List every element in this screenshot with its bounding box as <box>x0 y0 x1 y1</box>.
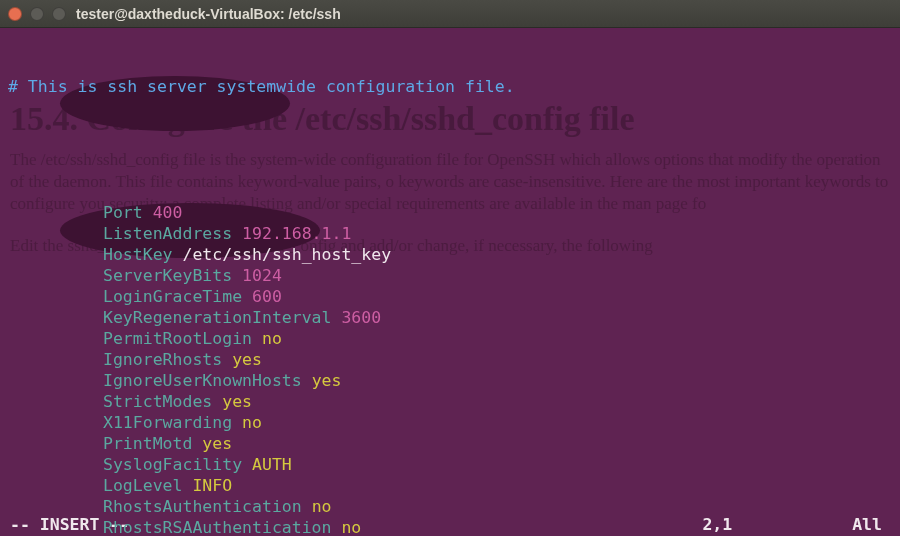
config-value: /etc/ssh/ssh_host_key <box>182 245 391 264</box>
config-line: RhostsRSAAuthentication no <box>8 517 892 536</box>
config-line: KeyRegenerationInterval 3600 <box>8 307 892 328</box>
config-key: PermitRootLogin <box>103 329 252 348</box>
config-key: ServerKeyBits <box>103 266 232 285</box>
maximize-icon[interactable] <box>52 7 66 21</box>
config-value: no <box>242 413 262 432</box>
config-key: RhostsAuthentication <box>103 497 302 516</box>
config-line: StrictModes yes <box>8 391 892 412</box>
config-key: IgnoreUserKnownHosts <box>103 371 302 390</box>
config-line: ListenAddress 192.168.1.1 <box>8 223 892 244</box>
window-titlebar: tester@daxtheduck-VirtualBox: /etc/ssh <box>0 0 900 28</box>
config-key: IgnoreRhosts <box>103 350 222 369</box>
config-value: yes <box>312 371 342 390</box>
config-value: 600 <box>252 287 282 306</box>
minimize-icon[interactable] <box>30 7 44 21</box>
config-line: IgnoreUserKnownHosts yes <box>8 370 892 391</box>
config-value: yes <box>232 350 262 369</box>
config-key: KeyRegenerationInterval <box>103 308 331 327</box>
config-line: PrintMotd yes <box>8 433 892 454</box>
config-line: PermitRootLogin no <box>8 328 892 349</box>
config-line: RhostsAuthentication no <box>8 496 892 517</box>
config-line: LoginGraceTime 600 <box>8 286 892 307</box>
config-value: 3600 <box>341 308 381 327</box>
config-value: INFO <box>192 476 232 495</box>
config-line: ServerKeyBits 1024 <box>8 265 892 286</box>
config-line: LogLevel INFO <box>8 475 892 496</box>
config-key: StrictModes <box>103 392 212 411</box>
config-key: LoginGraceTime <box>103 287 242 306</box>
config-key: ListenAddress <box>103 224 232 243</box>
config-line: Port 400 <box>8 202 892 223</box>
config-value: 192.168.1.1 <box>242 224 351 243</box>
config-key: Port <box>103 203 143 222</box>
config-line: HostKey /etc/ssh/ssh_host_key <box>8 244 892 265</box>
config-line: SyslogFacility AUTH <box>8 454 892 475</box>
config-value: no <box>262 329 282 348</box>
window-controls <box>8 7 66 21</box>
config-value: AUTH <box>252 455 292 474</box>
blank-line <box>8 139 892 160</box>
terminal-area[interactable]: 15.4. Configure the /etc/ssh/sshd_config… <box>0 28 900 536</box>
config-line: X11Forwarding no <box>8 412 892 433</box>
config-value: 400 <box>153 203 183 222</box>
config-value: no <box>341 518 361 536</box>
window-title: tester@daxtheduck-VirtualBox: /etc/ssh <box>76 6 341 22</box>
terminal-text: # This is ssh server systemwide configur… <box>8 34 892 536</box>
config-key: SyslogFacility <box>103 455 242 474</box>
config-value: no <box>312 497 332 516</box>
comment-line: # This is ssh server systemwide configur… <box>8 76 892 97</box>
config-value: 1024 <box>242 266 282 285</box>
config-key: HostKey <box>103 245 173 264</box>
config-key: X11Forwarding <box>103 413 232 432</box>
config-key: LogLevel <box>103 476 182 495</box>
close-icon[interactable] <box>8 7 22 21</box>
config-key: PrintMotd <box>103 434 192 453</box>
config-value: yes <box>222 392 252 411</box>
config-key: RhostsRSAAuthentication <box>103 518 331 536</box>
config-value: yes <box>202 434 232 453</box>
config-line: IgnoreRhosts yes <box>8 349 892 370</box>
